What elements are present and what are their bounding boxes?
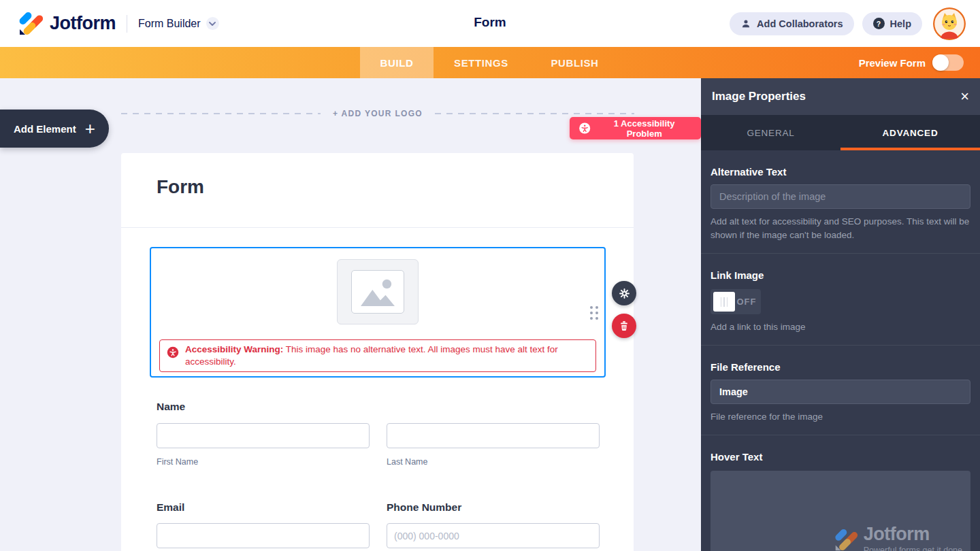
watermark-text: Jotform Powerful forms get it done [864, 525, 962, 551]
brand-name: Jotform [50, 13, 116, 34]
accessibility-problem-badge[interactable]: 1 Accessibility Problem [570, 117, 701, 139]
image-placeholder-icon [358, 276, 397, 308]
hover-text-label: Hover Text [710, 451, 970, 463]
first-name-input[interactable] [157, 423, 370, 448]
preview-form-toggle[interactable] [932, 54, 964, 71]
accessibility-warning-box: Accessibility Warning: This image has no… [159, 339, 596, 372]
drag-handle[interactable] [590, 306, 598, 320]
accessibility-warning-text: Accessibility Warning: This image has no… [185, 344, 587, 368]
add-element-button[interactable]: Add Element + [0, 110, 109, 148]
section-divider [701, 253, 980, 254]
add-collaborators-label: Add Collaborators [757, 18, 843, 29]
product-switcher-button[interactable] [206, 17, 219, 30]
brand-group: Jotform Form Builder [16, 10, 219, 37]
form-builder-app: Jotform Form Builder Form Add Collaborat… [0, 0, 980, 551]
alternative-text-input[interactable] [710, 184, 970, 209]
element-settings-button[interactable] [612, 281, 636, 305]
panel-header: Image Properties × [701, 78, 980, 115]
link-image-label: Link Image [710, 269, 970, 281]
add-logo-label: + ADD YOUR LOGO [333, 109, 423, 118]
form-card-title: Form [157, 176, 598, 198]
email-input[interactable] [157, 523, 370, 548]
file-reference-helper: File reference for the image [710, 410, 970, 424]
form-title-block[interactable]: Form [121, 153, 634, 228]
form-card: Form [121, 153, 634, 551]
form-title-header: Form [474, 15, 506, 30]
help-label: Help [890, 18, 911, 29]
close-icon[interactable]: × [960, 89, 969, 104]
hover-text-input[interactable]: Jotform Powerful forms get it done [710, 471, 970, 551]
chevron-down-icon [209, 22, 216, 26]
link-image-helper: Add a link to this image [710, 320, 970, 334]
tab-settings[interactable]: SETTINGS [434, 47, 529, 78]
image-properties-panel: Image Properties × GENERAL ADVANCED Alte… [701, 78, 980, 551]
accessibility-icon [578, 122, 591, 135]
section-divider [701, 345, 980, 346]
file-reference-label: File Reference [710, 361, 970, 373]
image-element-selected[interactable]: Accessibility Warning: This image has no… [150, 247, 606, 378]
jotform-watermark-icon [832, 527, 858, 551]
form-canvas: Add Element + + ADD YOUR LOGO 1 Accessib… [0, 78, 701, 551]
last-name-sublabel: Last Name [387, 457, 427, 467]
plus-icon: + [85, 120, 95, 137]
accessibility-badge-label: 1 Accessibility Problem [596, 118, 692, 139]
email-field-label: Email [157, 501, 184, 514]
panel-tabs: GENERAL ADVANCED [701, 115, 980, 150]
link-image-toggle[interactable]: OFF [710, 289, 761, 314]
top-header: Jotform Form Builder Form Add Collaborat… [0, 0, 980, 47]
add-logo-area[interactable]: + ADD YOUR LOGO [121, 108, 634, 119]
toggle-knob [713, 292, 735, 312]
dashed-line [435, 113, 634, 114]
image-placeholder-tile [337, 259, 419, 324]
add-element-label: Add Element [14, 123, 76, 135]
section-divider [701, 435, 980, 435]
warning-bold-text: Accessibility Warning: [185, 344, 283, 354]
preview-form-label: Preview Form [859, 57, 926, 69]
toggle-off-label: OFF [735, 297, 758, 307]
help-button[interactable]: ? Help [862, 12, 922, 35]
watermark-tagline: Powerful forms get it done [864, 546, 962, 551]
header-actions: Add Collaborators ? Help [730, 0, 966, 47]
element-delete-button[interactable] [612, 314, 636, 338]
builder-nav: BUILD SETTINGS PUBLISH Preview Form [0, 47, 980, 78]
product-name: Form Builder [138, 18, 201, 30]
jotform-watermark: Jotform Powerful forms get it done [832, 525, 962, 551]
header-divider [127, 15, 127, 33]
name-field-label: Name [157, 401, 185, 413]
add-collaborators-button[interactable]: Add Collaborators [730, 12, 853, 35]
phone-input[interactable] [387, 523, 600, 548]
tab-advanced[interactable]: ADVANCED [840, 115, 980, 150]
dashed-line [121, 113, 321, 114]
question-icon: ? [873, 18, 885, 29]
panel-body: Alternative Text Add alt text for access… [701, 166, 980, 551]
gear-icon [618, 287, 631, 300]
alternative-text-helper: Add alt text for accessibility and SEO p… [710, 215, 970, 242]
tab-general[interactable]: GENERAL [701, 115, 840, 150]
jotform-logo-icon [16, 10, 44, 37]
panel-title: Image Properties [712, 90, 806, 103]
alternative-text-label: Alternative Text [710, 166, 970, 178]
image-placeholder-frame [351, 270, 404, 314]
watermark-brand: Jotform [864, 525, 930, 544]
accessibility-warning-icon [167, 346, 179, 358]
tab-build[interactable]: BUILD [360, 47, 434, 78]
last-name-input[interactable] [387, 423, 600, 448]
file-reference-input[interactable] [710, 380, 970, 404]
phone-field-label: Phone Number [387, 501, 461, 514]
toggle-knob [932, 54, 949, 71]
preview-form-group: Preview Form [859, 47, 964, 78]
tab-publish[interactable]: PUBLISH [529, 47, 621, 78]
builder-tabs: BUILD SETTINGS PUBLISH [360, 47, 621, 78]
person-icon [740, 18, 751, 29]
first-name-sublabel: First Name [157, 457, 198, 467]
trash-icon [618, 320, 630, 332]
user-avatar[interactable] [933, 7, 966, 40]
